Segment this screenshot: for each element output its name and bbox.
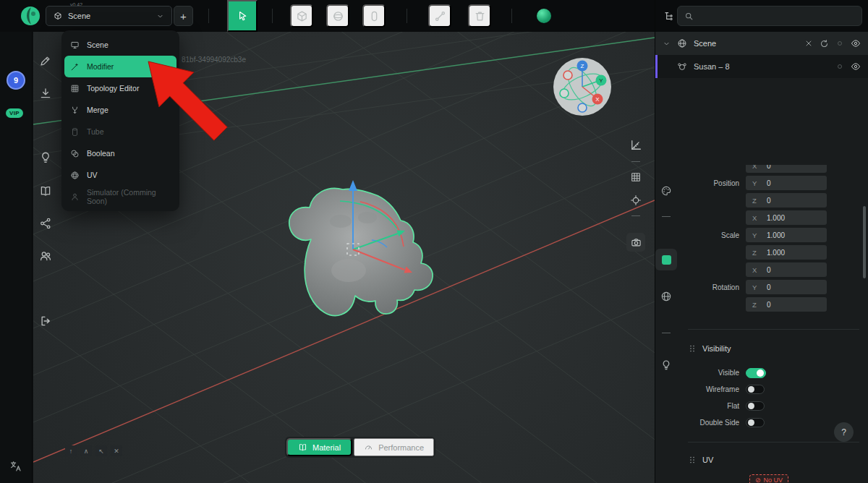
bone-tool-button[interactable] [428,4,451,27]
performance-icon [364,443,373,452]
chevron-down-icon[interactable] [663,40,671,48]
axis-neg-z-handle[interactable] [578,103,587,112]
eye-icon[interactable] [851,61,861,72]
position-label: Position [677,179,746,187]
topology-grid-icon [70,84,80,93]
flat-toggle[interactable] [746,401,765,411]
pen-tool-icon[interactable] [39,54,52,67]
eye-icon[interactable] [851,38,861,48]
drag-handle-icon[interactable] [688,456,697,464]
search-box [677,6,862,26]
collapse-icon[interactable]: ∧ [80,445,92,456]
drag-handle-icon[interactable] [688,344,697,353]
transform-section: Position X0 Y0 Z0 Scale X1.000 Y1.000 Z1… [677,165,868,313]
no-uv-badge: ⊘ No UV [749,474,788,483]
menu-item-simulator: Simulator (Comming Soon) [61,186,179,208]
hierarchy-icon[interactable] [663,10,675,22]
rotation-x-input[interactable]: X0 [746,262,827,277]
position-z-input[interactable]: Z0 [746,193,827,208]
wireframe-row: Wireframe [677,381,868,398]
x-axis-line [33,200,655,462]
delete-button[interactable] [468,4,491,27]
clear-icon[interactable] [804,39,813,48]
grid-toggle-icon[interactable] [630,171,642,183]
scale-z-input[interactable]: Z1.000 [746,245,827,260]
camera-button[interactable] [626,233,645,252]
axis-x-handle[interactable]: X [592,94,603,105]
logout-icon[interactable] [39,315,52,328]
menu-item-tube: Tube [61,121,179,142]
search-input[interactable] [699,12,855,20]
measure-icon[interactable] [629,139,642,152]
warning-icon: ⊘ [755,476,761,483]
tree-row-object[interactable]: Susan – 8 [655,55,868,78]
menu-item-merge[interactable]: Merge [61,99,179,121]
avatar[interactable]: 9 [7,71,25,90]
strip-divider [662,216,671,217]
menu-item-topology-editor[interactable]: Topology Editor [61,77,179,99]
transform-gizmo[interactable] [340,180,412,273]
material-ball-icon[interactable] [537,9,551,23]
menu-item-scene[interactable]: Scene [61,34,179,56]
primitive-cube-button[interactable] [290,4,313,27]
material-tab-icon[interactable] [660,185,672,197]
app-root: v0.42 Scene + 9 VIP [0,0,868,483]
focus-target-icon[interactable] [630,195,642,206]
wireframe-toggle[interactable] [746,385,765,394]
position-x-input[interactable]: X0 [746,165,827,173]
scale-x-input[interactable]: X1.000 [746,210,827,225]
close-icon[interactable]: ✕ [111,445,122,456]
material-tab[interactable]: Material [286,438,352,456]
position-y-input[interactable]: Y0 [746,176,827,190]
mesh-icon [677,61,687,72]
scale-y-input[interactable]: Y1.000 [746,228,827,242]
axis-neg-x-handle[interactable] [563,71,572,80]
visible-toggle[interactable] [746,368,766,378]
viewport-toolbar [626,139,646,252]
object-tab-active[interactable] [655,249,677,270]
menu-item-boolean[interactable]: Boolean [61,142,179,164]
axis-neg-y-handle[interactable] [560,89,569,98]
app-logo-icon[interactable] [20,5,41,27]
isolate-icon[interactable] [835,62,844,71]
suzanne-mesh[interactable] [289,188,433,315]
library-icon[interactable] [39,184,52,197]
orientation-gizmo[interactable]: Z Y X [550,54,615,119]
add-object-button[interactable]: + [174,6,193,26]
environment-tab-icon[interactable] [660,291,672,302]
expand-icon[interactable]: ↑ [65,445,77,456]
left-rail: 9 VIP [0,32,33,483]
menu-item-modifier[interactable]: Modifier [64,56,176,77]
select-tool-button[interactable] [227,0,258,32]
share-icon[interactable] [39,217,52,230]
magic-wand-icon [70,62,80,72]
vip-badge[interactable]: VIP [6,108,23,118]
merge-arrows-icon [70,106,80,115]
primitive-capsule-button[interactable] [362,4,386,27]
community-icon[interactable] [39,249,52,262]
import-icon[interactable] [39,87,52,100]
rotation-y-input[interactable]: Y0 [746,280,827,294]
isolate-icon[interactable] [835,39,844,48]
pointer-mode-icon[interactable]: ↖ [95,445,107,456]
refresh-icon[interactable] [820,39,829,48]
axis-z-handle[interactable]: Z [577,61,588,72]
scene-selector-label: Scene [68,12,90,20]
performance-tab[interactable]: Performance [354,438,434,456]
menu-item-uv[interactable]: UV [61,164,179,186]
flat-row: Flat [677,398,868,414]
double-side-toggle[interactable] [746,418,765,427]
svg-text:Y: Y [599,77,603,84]
monitor-icon [70,40,80,50]
axis-y-handle[interactable]: Y [596,75,607,86]
primitive-sphere-button[interactable] [326,4,349,27]
help-button[interactable]: ? [834,422,854,442]
tree-row-scene[interactable]: Scene [655,32,868,55]
tree-object-label: Susan – 8 [694,62,730,71]
lightbulb-icon[interactable] [39,151,52,164]
panel-scrollbar[interactable] [863,206,866,278]
language-icon[interactable] [9,460,22,473]
rotation-z-input[interactable]: Z0 [746,297,827,312]
scene-selector[interactable]: Scene [46,6,172,26]
light-tab-icon[interactable] [660,359,672,371]
